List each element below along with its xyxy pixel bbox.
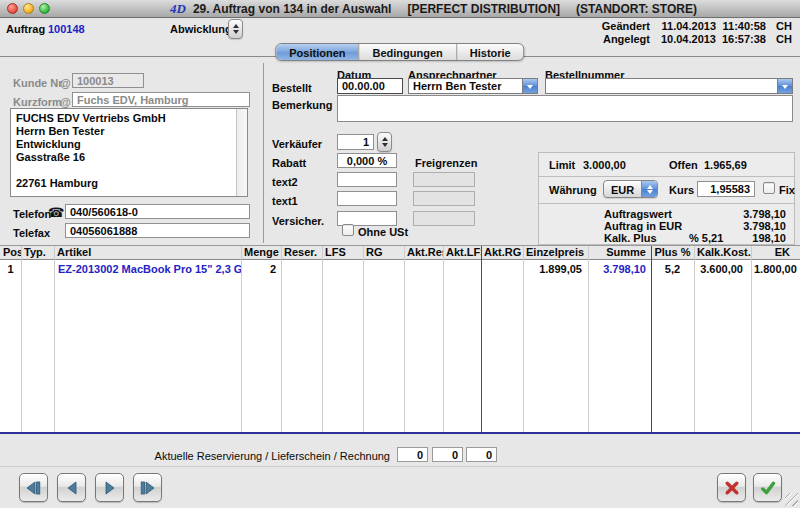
cancel-button[interactable] (717, 473, 746, 502)
telefon-field[interactable]: 040/560618-0 (65, 204, 250, 219)
col-lfs[interactable]: LFS (322, 246, 363, 259)
col-akt-lfs[interactable]: Akt.LFS (443, 246, 481, 259)
limit-label: Limit (549, 159, 575, 171)
grid-line (694, 246, 695, 432)
totals-divider (539, 203, 794, 204)
text1-freigrenze-field (413, 191, 475, 206)
address-scrollbar[interactable] (236, 109, 247, 196)
tab-historie[interactable]: Historie (457, 44, 524, 60)
cell-akt-lfs (443, 263, 481, 276)
window-resize-grip[interactable] (785, 493, 798, 506)
geaendert-user: CH (766, 20, 792, 33)
cancel-x-icon (724, 480, 740, 496)
lieferschein-field[interactable]: 0 (432, 447, 463, 462)
ansprechpartner-combobox[interactable]: Herrn Ben Tester (408, 78, 538, 94)
col-akt-res[interactable]: Akt.Res (404, 246, 443, 259)
auftrag-eur-value: 3.798,10 (706, 220, 786, 232)
nav-last-icon (139, 481, 156, 495)
text2-freigrenze-field (413, 172, 475, 187)
limit-value: 3.000,00 (583, 159, 626, 171)
stepper-down-icon (382, 143, 388, 147)
col-akt-rg[interactable]: Akt.RG (481, 246, 523, 259)
text1-field[interactable] (337, 191, 397, 206)
tab-positionen[interactable]: Positionen (276, 44, 359, 60)
rabatt-label: Rabatt (272, 157, 306, 169)
stepper-up-icon (233, 24, 239, 28)
telefax-field[interactable]: 04056061888 (65, 223, 250, 238)
nav-previous-button[interactable] (57, 473, 86, 502)
versicher-freigrenze-field (413, 211, 475, 226)
fix-checkbox[interactable] (763, 182, 775, 194)
cell-ek: 1.800,00 (751, 263, 800, 276)
grid-line (443, 246, 444, 432)
grid-line-dark (651, 246, 652, 432)
bestellt-label: Bestellt (272, 82, 312, 94)
cell-plus: 5,2 (651, 263, 694, 276)
auftrag-number: 100148 (48, 23, 85, 35)
bemerkung-textarea[interactable] (337, 95, 793, 122)
bestellnummer-combobox[interactable] (545, 78, 793, 94)
grid-line (523, 246, 524, 432)
cell-rg (363, 263, 404, 276)
nav-first-button[interactable] (19, 473, 48, 502)
nav-first-icon (25, 481, 42, 495)
rabatt-field[interactable]: 0,000 % (337, 153, 397, 168)
waehrung-popup[interactable]: EUR (603, 180, 658, 198)
text2-field[interactable] (337, 172, 397, 187)
confirm-button[interactable] (753, 473, 782, 502)
window-title-company: [PERFECT DISTRIBUTION] (407, 2, 560, 16)
verkaeufer-stepper[interactable] (377, 132, 392, 152)
zoom-window-button[interactable] (39, 3, 50, 14)
cell-kalk-kost: 3.600,00 (694, 263, 751, 276)
combo-dropdown-icon[interactable] (522, 79, 537, 93)
nav-next-button[interactable] (95, 473, 124, 502)
minimize-window-button[interactable] (23, 3, 34, 14)
col-plus[interactable]: Plus % (651, 246, 694, 259)
col-typ[interactable]: Typ. (21, 246, 54, 259)
kunde-nr-field[interactable]: 100013 (72, 73, 144, 88)
grid-line (281, 246, 282, 432)
bemerkung-label: Bemerkung (272, 99, 333, 111)
col-summe[interactable]: Summe (588, 246, 651, 259)
rechnung-field[interactable]: 0 (466, 447, 497, 462)
col-artikel[interactable]: Artikel (54, 246, 241, 259)
totals-panel: Limit 3.000,00 Offen 1.965,69 Währung EU… (538, 152, 795, 245)
text1-label: text1 (272, 195, 298, 207)
address-textarea[interactable]: FUCHS EDV Vertriebs GmbH Herrn Ben Teste… (10, 108, 248, 197)
angelegt-date: 10.04.2013 (650, 33, 716, 46)
close-window-button[interactable] (7, 3, 18, 14)
col-reser[interactable]: Reser. (281, 246, 322, 259)
at-icon: @ (60, 96, 71, 108)
kurs-field[interactable]: 1,95583 (697, 181, 755, 197)
4d-app-icon: 4D (170, 1, 186, 17)
col-pos[interactable]: Pos. (0, 246, 21, 259)
abwicklung-label: Abwicklung (170, 23, 232, 35)
abwicklung-stepper[interactable] (228, 19, 243, 39)
grid-line (404, 246, 405, 432)
table-row[interactable]: 1 EZ-2013002 MacBook Pro 15" 2,3 GHz 2 1… (0, 263, 800, 276)
reservierung-field[interactable]: 0 (397, 447, 428, 462)
angelegt-user: CH (766, 33, 792, 46)
angelegt-time: 16:57:38 (716, 33, 766, 46)
geaendert-row: Geändert 11.04.2013 11:40:58 CH (592, 20, 792, 33)
grid-line (21, 246, 22, 432)
bestellt-datum-field[interactable]: 00.00.00 (337, 78, 403, 94)
verkaeufer-field[interactable]: 1 (337, 134, 374, 150)
auftrag-label: Auftrag (6, 23, 45, 35)
telefon-label: Telefon (13, 208, 51, 220)
ohne-ust-checkbox[interactable] (342, 224, 354, 236)
col-kalk-kost[interactable]: Kalk.Kost. (694, 246, 751, 259)
col-rg[interactable]: RG (363, 246, 404, 259)
col-ek[interactable]: EK (751, 246, 800, 259)
kurzform-field[interactable]: Fuchs EDV, Hamburg (72, 92, 250, 107)
tab-bedingungen[interactable]: Bedingungen (359, 44, 456, 60)
combo-dropdown-icon[interactable] (777, 79, 792, 93)
col-einzelpreis[interactable]: Einzelpreis (523, 246, 588, 259)
auftragswert-value: 3.798,10 (706, 208, 786, 220)
positions-table: Pos. Typ. Artikel Menge Reser. LFS RG Ak… (0, 245, 800, 434)
panel-divider (263, 63, 264, 243)
grid-line (322, 246, 323, 432)
nav-last-button[interactable] (133, 473, 162, 502)
geaendert-date: 11.04.2013 (650, 20, 716, 33)
col-menge[interactable]: Menge (241, 246, 281, 259)
